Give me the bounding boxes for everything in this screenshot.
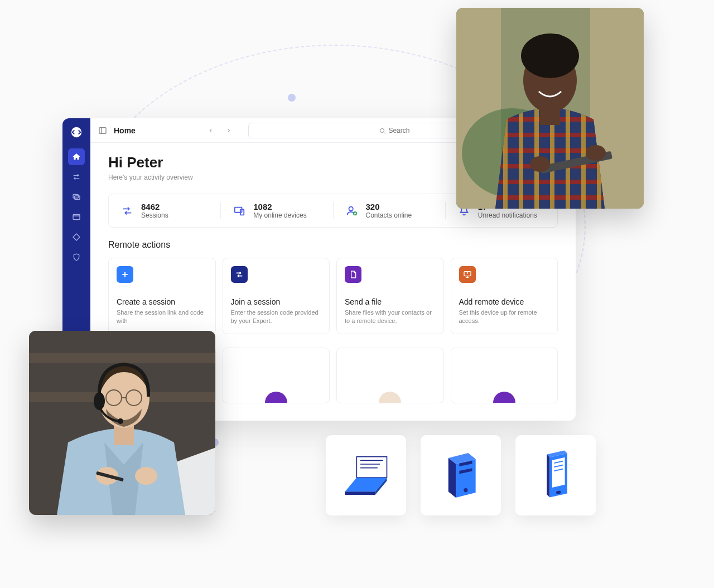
svg-rect-4 [99, 127, 106, 133]
svg-point-39 [135, 467, 157, 485]
svg-point-8 [349, 206, 353, 210]
contacts-icon [345, 204, 359, 218]
svg-point-36 [94, 392, 105, 410]
action-title: Join a session [231, 297, 322, 306]
file-icon [345, 266, 361, 283]
stat-label: Sessions [141, 211, 168, 219]
svg-point-23 [563, 43, 573, 53]
sidebar-item-shield[interactable] [68, 249, 85, 266]
device-card-laptop[interactable] [326, 435, 406, 515]
photo-support-agent [29, 331, 215, 515]
svg-point-27 [530, 156, 550, 172]
stat-number: 1082 [253, 202, 306, 211]
action-create-session[interactable]: Create a session Share the session link … [108, 258, 216, 334]
svg-rect-1 [73, 194, 78, 198]
sidebar-item-home[interactable] [68, 148, 85, 165]
sidebar-item-window[interactable] [68, 209, 85, 225]
svg-point-37 [118, 418, 123, 424]
nav-forward-button[interactable] [221, 123, 236, 138]
swap-icon [231, 266, 248, 283]
action-send-file[interactable]: Send a file Share files with your contac… [336, 258, 444, 334]
decorative-dot [288, 94, 296, 102]
sidebar-item-tag[interactable] [68, 229, 85, 245]
contact-card[interactable] [223, 348, 330, 403]
avatar [493, 392, 515, 403]
svg-rect-20 [540, 103, 560, 125]
device-card-phone[interactable] [515, 435, 596, 515]
sidebar-item-chat[interactable] [68, 189, 85, 205]
sessions-icon [120, 204, 134, 218]
svg-point-5 [380, 128, 384, 132]
contact-card[interactable] [336, 348, 444, 403]
photo-user-tablet [456, 8, 644, 209]
device-cards [326, 435, 596, 515]
action-title: Send a file [345, 297, 436, 306]
svg-point-41 [464, 488, 467, 492]
breadcrumb: Home [114, 126, 136, 135]
stat-label: Unread notifications [478, 211, 537, 219]
device-card-server[interactable] [421, 435, 501, 515]
action-join-session[interactable]: Join a session Enter the session code pr… [223, 258, 330, 334]
action-desc: Share files with your contacts or to a r… [345, 309, 436, 326]
svg-point-22 [527, 45, 537, 55]
svg-point-25 [553, 34, 563, 44]
svg-rect-30 [29, 353, 215, 363]
svg-point-28 [586, 145, 606, 161]
svg-point-21 [521, 33, 579, 78]
action-title: Add remote device [459, 297, 550, 306]
devices-icon [232, 204, 247, 218]
nav-back-button[interactable] [204, 123, 218, 138]
monitor-icon [459, 266, 476, 283]
sidebar-item-swap[interactable] [68, 168, 85, 185]
action-add-device[interactable]: Add remote device Set this device up for… [451, 258, 558, 334]
stat-sessions[interactable]: 8462 Sessions [109, 202, 221, 219]
stat-number: 8462 [141, 202, 168, 211]
avatar [265, 392, 287, 403]
panel-toggle-icon[interactable] [98, 126, 107, 135]
action-desc: Enter the session code provided by your … [231, 309, 322, 326]
svg-rect-3 [73, 214, 80, 219]
actions-grid: Create a session Share the session link … [108, 258, 558, 334]
svg-rect-2 [75, 196, 80, 200]
stat-number: 320 [366, 202, 412, 211]
action-desc: Share the session link and code with [117, 309, 208, 326]
action-desc: Set this device up for remote access. [459, 309, 550, 326]
contact-card[interactable] [451, 348, 558, 403]
stat-contacts[interactable]: 320 Contacts online [334, 202, 446, 219]
stat-label: Contacts online [366, 211, 412, 219]
nav-arrows [204, 123, 236, 138]
section-title-remote-actions: Remote actions [108, 240, 558, 250]
app-logo [68, 124, 85, 141]
search-icon [379, 127, 386, 137]
action-title: Create a session [117, 297, 208, 306]
svg-point-24 [536, 35, 546, 45]
stat-devices[interactable]: 1082 My online devices [221, 202, 333, 219]
plus-icon [117, 266, 133, 283]
avatar [379, 392, 401, 403]
stat-label: My online devices [253, 211, 306, 219]
